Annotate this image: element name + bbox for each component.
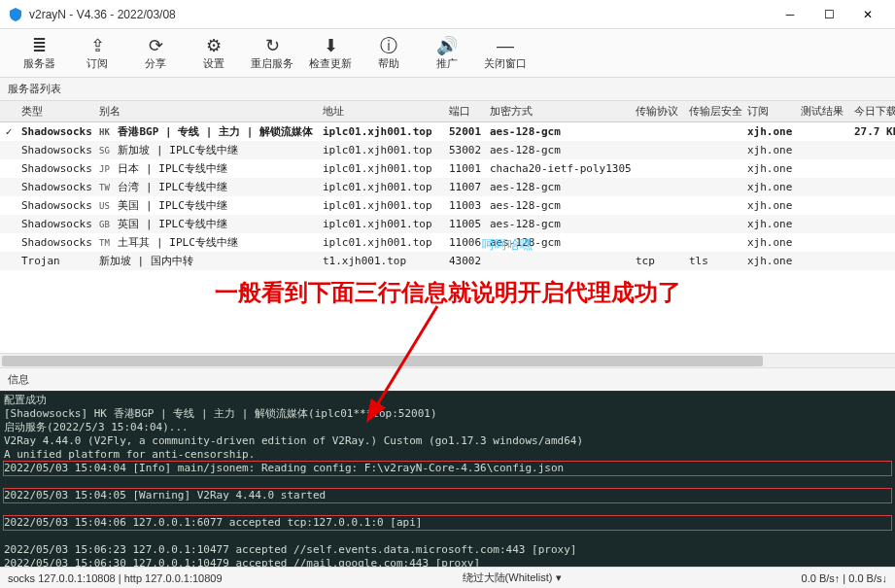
column-header[interactable]: 地址 <box>319 101 445 122</box>
table-row[interactable]: ShadowsocksSG 新加坡 | IPLC专线中继iplc01.xjh00… <box>0 141 895 159</box>
toolbar-6[interactable]: ⓘ帮助 <box>360 30 418 77</box>
window-title: v2rayN - V4.36 - 2022/03/08 <box>29 8 771 21</box>
close-button[interactable]: ✕ <box>848 1 887 28</box>
app-icon <box>8 7 23 22</box>
toolbar-icon: ↻ <box>265 35 280 56</box>
toolbar-label: 服务器 <box>23 56 55 71</box>
toolbar-icon: — <box>497 35 514 56</box>
toolbar-icon: ⓘ <box>380 35 397 56</box>
servers-section-header: 服务器列表 <box>0 78 895 101</box>
toolbar-label: 推广 <box>436 56 458 71</box>
toolbar-label: 检查更新 <box>309 56 352 71</box>
status-listen: socks 127.0.0.1:10808 | http 127.0.0.1:1… <box>8 572 223 584</box>
table-row[interactable]: ShadowsocksTW 台湾 | IPLC专线中继iplc01.xjh001… <box>0 178 895 196</box>
column-header[interactable]: 传输层安全 <box>685 101 743 122</box>
toolbar-icon: ⇪ <box>90 35 105 56</box>
toolbar-label: 重启服务 <box>251 56 293 71</box>
toolbar-label: 设置 <box>203 56 224 71</box>
log-console: 配置成功 [Shadowsocks] HK 香港BGP | 专线 | 主力 | … <box>0 392 895 567</box>
toolbar-1[interactable]: ⇪订阅 <box>68 30 126 77</box>
toolbar-5[interactable]: ⬇检查更新 <box>301 30 360 77</box>
table-row[interactable]: ShadowsocksUS 美国 | IPLC专线中继iplc01.xjh001… <box>0 196 895 215</box>
titlebar: v2rayN - V4.36 - 2022/03/08 ─ ☐ ✕ <box>0 0 895 29</box>
toolbar-icon: ⚙ <box>206 35 222 56</box>
toolbar-icon: ≣ <box>32 35 47 56</box>
toolbar-2[interactable]: ⟳分享 <box>126 30 185 77</box>
toolbar-0[interactable]: ≣服务器 <box>10 30 68 77</box>
minimize-button[interactable]: ─ <box>771 1 809 28</box>
toolbar-7[interactable]: 🔊推广 <box>418 30 476 77</box>
column-header[interactable]: 类型 <box>17 101 95 122</box>
table-row[interactable]: ✓ShadowsocksHK 香港BGP | 专线 | 主力 | 解锁流媒体ip… <box>0 122 895 142</box>
column-header[interactable]: 别名 <box>95 101 319 122</box>
toolbar-icon: ⬇ <box>324 35 338 56</box>
toolbar-icon: ⟳ <box>149 35 163 56</box>
toolbar-label: 帮助 <box>378 56 399 71</box>
table-row[interactable]: ShadowsocksJP 日本 | IPLC专线中继iplc01.xjh001… <box>0 159 895 178</box>
toolbar: ≣服务器⇪订阅⟳分享⚙设置↻重启服务⬇检查更新ⓘ帮助🔊推广—关闭窗口 <box>0 29 895 78</box>
status-speed: 0.0 B/s↑ | 0.0 B/s↓ <box>802 572 887 584</box>
server-list: 类型别名地址端口加密方式传输协议传输层安全订阅测试结果今日下载 ✓Shadows… <box>0 101 895 271</box>
toolbar-label: 关闭窗口 <box>484 56 527 71</box>
info-section-header: 信息 <box>0 367 895 392</box>
column-header[interactable]: 端口 <box>445 101 486 122</box>
column-header[interactable]: 传输协议 <box>632 101 685 122</box>
column-header[interactable]: 测试结果 <box>797 101 850 122</box>
toolbar-label: 分享 <box>145 56 166 71</box>
table-row[interactable]: Trojan新加坡 | 国内中转t1.xjh001.top43002tcptls… <box>0 252 895 270</box>
statusbar: socks 127.0.0.1:10808 | http 127.0.0.1:1… <box>0 567 895 588</box>
toolbar-icon: 🔊 <box>436 35 458 56</box>
horizontal-scrollbar[interactable] <box>0 353 895 367</box>
column-header[interactable]: 订阅 <box>743 101 797 122</box>
column-header[interactable]: 加密方式 <box>486 101 632 122</box>
column-header[interactable] <box>0 101 17 122</box>
table-row[interactable]: ShadowsocksGB 英国 | IPLC专线中继iplc01.xjh001… <box>0 215 895 233</box>
toolbar-3[interactable]: ⚙设置 <box>185 30 243 77</box>
maximize-button[interactable]: ☐ <box>809 1 848 28</box>
toolbar-8[interactable]: —关闭窗口 <box>476 30 534 77</box>
column-header[interactable]: 今日下载 <box>850 101 895 122</box>
table-row[interactable]: ShadowsocksTM 土耳其 | IPLC专线中继iplc01.xjh00… <box>0 233 895 252</box>
toolbar-label: 订阅 <box>86 56 108 71</box>
status-route-mode[interactable]: 绕过大陆(Whitelist) ▾ <box>463 571 562 585</box>
toolbar-4[interactable]: ↻重启服务 <box>243 30 301 77</box>
